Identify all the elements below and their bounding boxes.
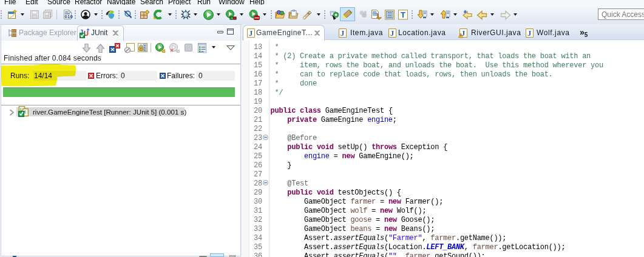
svg-text:J: J [390, 29, 394, 38]
svg-text:J: J [249, 29, 253, 38]
svg-text:J: J [341, 29, 344, 38]
svg-text:t:: t: [24, 109, 29, 115]
svg-text:T: T [401, 10, 405, 19]
svg-text:J: J [527, 29, 531, 38]
svg-text:010: 010 [65, 14, 73, 19]
